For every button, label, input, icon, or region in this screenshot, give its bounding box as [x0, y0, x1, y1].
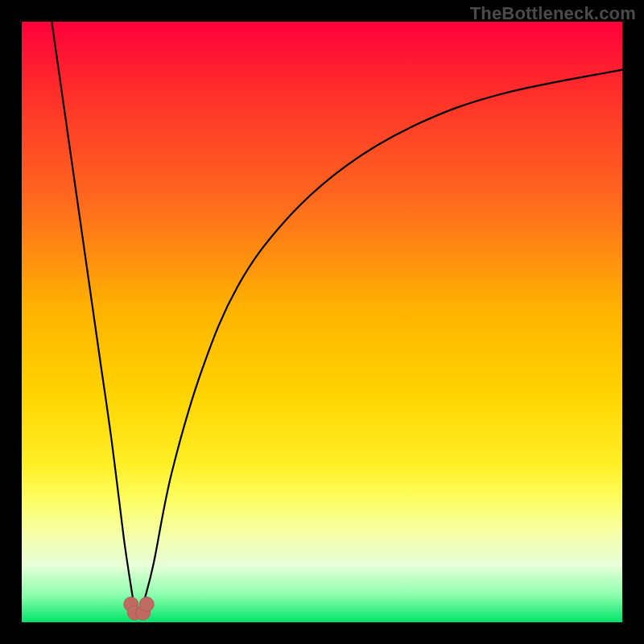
plot-area	[22, 22, 622, 622]
plot-svg	[22, 22, 622, 622]
gradient-background	[22, 22, 622, 622]
chart-frame: TheBottleneck.com	[0, 0, 644, 644]
watermark-text: TheBottleneck.com	[470, 3, 636, 24]
bottleneck-marker	[139, 597, 154, 612]
